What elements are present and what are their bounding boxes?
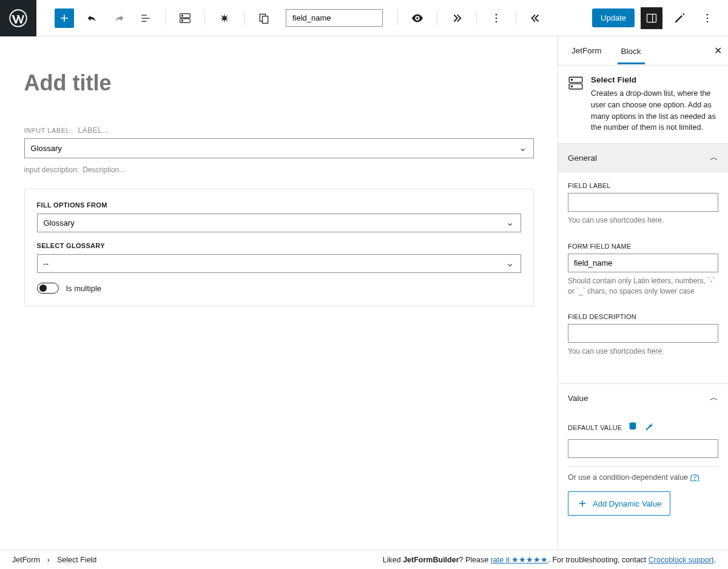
field-name-toolbar-input[interactable] xyxy=(286,9,383,27)
eye-icon[interactable] xyxy=(406,7,428,29)
database-icon[interactable] xyxy=(628,422,638,433)
document-overview-icon[interactable] xyxy=(135,7,157,29)
block-name-label: Select Field xyxy=(591,75,718,84)
sidebar-toggle-button[interactable] xyxy=(641,7,662,29)
wrench-icon[interactable] xyxy=(644,422,653,433)
svg-point-4 xyxy=(182,20,183,21)
add-dynamic-value-button[interactable]: Add Dynamic Value xyxy=(568,491,670,516)
editor-footer: JetForm › Select Field Liked JetFormBuil… xyxy=(0,550,728,569)
field-label-input[interactable] xyxy=(568,193,718,212)
update-button[interactable]: Update xyxy=(592,8,635,27)
options-menu-icon[interactable] xyxy=(696,7,718,29)
chevron-up-icon: ︿ xyxy=(710,392,718,403)
chevrons-left-icon[interactable] xyxy=(525,7,547,29)
chevrons-right-icon[interactable] xyxy=(446,7,468,29)
form-field-name-help: Should contain only Latin letters, numbe… xyxy=(568,276,718,297)
block-type-icon[interactable] xyxy=(174,7,196,29)
footer-message: Liked JetFormBuilder? Please rate it ★★★… xyxy=(383,555,716,564)
svg-point-17 xyxy=(571,79,572,81)
chevron-right-icon: › xyxy=(47,556,50,564)
undo-icon[interactable] xyxy=(81,7,103,29)
copy-icon[interactable] xyxy=(253,7,275,29)
is-multiple-label: Is multiple xyxy=(66,284,102,293)
pen-icon[interactable] xyxy=(669,7,690,29)
general-panel-header[interactable]: General ︿ xyxy=(558,143,728,172)
breadcrumb-item[interactable]: Select Field xyxy=(57,556,96,564)
more-vertical-icon[interactable] xyxy=(485,7,507,29)
svg-point-7 xyxy=(416,17,419,19)
svg-point-12 xyxy=(707,13,709,15)
select-glossary-label: SELECT GLOSSARY xyxy=(37,242,521,249)
default-value-input[interactable] xyxy=(568,439,718,458)
svg-rect-6 xyxy=(263,16,268,23)
close-panel-icon[interactable]: ✕ xyxy=(714,45,722,56)
condition-help-text: Or use a condition-dependent value (?) xyxy=(558,473,728,491)
svg-point-10 xyxy=(496,21,497,22)
field-description-help: You can use shortcodes here. xyxy=(568,346,718,357)
fill-options-label: FILL OPTIONS FROM xyxy=(37,201,521,209)
tab-block[interactable]: Block xyxy=(618,38,645,64)
form-field-name-input[interactable] xyxy=(568,254,718,272)
breadcrumb: JetForm › Select Field xyxy=(12,556,96,564)
svg-rect-11 xyxy=(647,14,656,22)
field-label-caption: FIELD LABEL xyxy=(568,182,718,189)
top-toolbar: Update xyxy=(0,0,728,36)
input-description-caption: input description:Description... xyxy=(24,166,534,174)
form-field-name-caption: FORM FIELD NAME xyxy=(568,243,718,250)
condition-help-link[interactable]: (?) xyxy=(690,473,699,482)
breadcrumb-item[interactable]: JetForm xyxy=(12,556,40,564)
value-panel-header[interactable]: Value ︿ xyxy=(558,383,728,412)
add-block-button[interactable] xyxy=(55,8,74,28)
wordpress-logo[interactable] xyxy=(0,0,36,36)
field-label-help: You can use shortcodes here. xyxy=(568,215,718,226)
svg-point-14 xyxy=(707,21,709,22)
asterisk-icon[interactable] xyxy=(214,7,235,29)
svg-point-13 xyxy=(707,17,709,19)
field-options-card: FILL OPTIONS FROM Glossary SELECT GLOSSA… xyxy=(24,189,534,306)
rate-link[interactable]: rate it ★★★★★ xyxy=(491,556,548,564)
svg-point-3 xyxy=(182,15,183,16)
preview-select-field[interactable]: Glossary xyxy=(24,138,534,158)
svg-point-9 xyxy=(496,17,497,19)
block-description: Creates a drop-down list, where the user… xyxy=(591,88,718,133)
fill-options-select[interactable]: Glossary xyxy=(37,214,521,232)
support-link[interactable]: Crocoblock support xyxy=(649,556,714,564)
default-value-caption: DEFAULT VALUE xyxy=(568,424,622,431)
is-multiple-toggle[interactable] xyxy=(37,283,59,294)
field-description-caption: FIELD DESCRIPTION xyxy=(568,313,718,320)
svg-point-8 xyxy=(496,13,497,15)
select-field-block-icon xyxy=(568,75,584,93)
settings-sidebar: JetForm Block ✕ Select Field Creates a d… xyxy=(558,36,728,550)
post-title-input[interactable] xyxy=(24,70,534,96)
select-glossary-select[interactable]: -- xyxy=(37,254,521,273)
tab-jetform[interactable]: JetForm xyxy=(568,38,605,64)
input-label-caption: INPUT LABEL: LABEL... xyxy=(24,126,534,135)
redo-icon[interactable] xyxy=(108,7,130,29)
field-description-input[interactable] xyxy=(568,324,718,343)
svg-point-18 xyxy=(571,86,572,87)
editor-canvas: INPUT LABEL: LABEL... Glossary input des… xyxy=(0,36,558,550)
chevron-up-icon: ︿ xyxy=(710,152,718,163)
